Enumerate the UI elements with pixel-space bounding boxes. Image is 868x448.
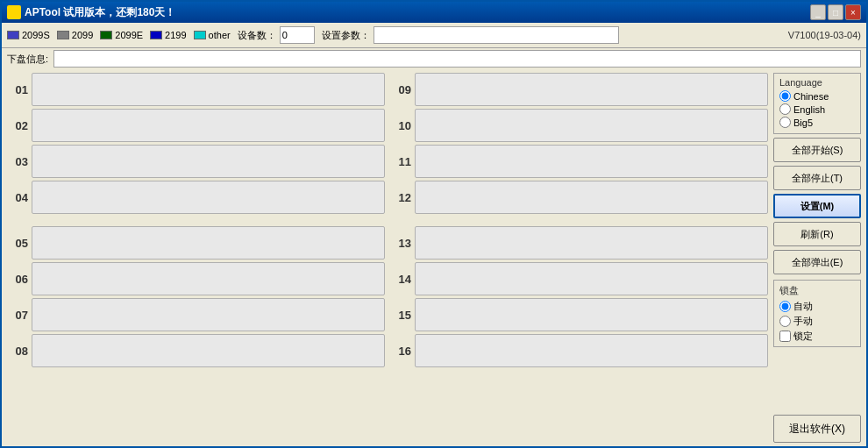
slot-num-07: 07 (7, 309, 28, 322)
legend-color-2099s (7, 31, 19, 39)
refresh-button[interactable]: 刷新(R) (773, 222, 861, 246)
slot-box-03[interactable] (32, 145, 385, 178)
slot-box-04[interactable] (32, 181, 385, 214)
exit-button[interactable]: 退出软件(X) (773, 415, 861, 443)
slot-row-01: 01 (7, 73, 385, 106)
language-chinese-radio[interactable] (779, 90, 791, 102)
slots-left-top: 01 02 03 04 (7, 73, 385, 214)
slot-row-13: 13 (390, 226, 768, 260)
slot-row-04: 04 (7, 181, 385, 214)
slot-row-07: 07 (7, 298, 385, 331)
slot-box-12[interactable] (415, 181, 768, 214)
minimize-button[interactable]: _ (810, 4, 826, 20)
lock-title: 锁盘 (779, 284, 855, 297)
maximize-button[interactable]: □ (828, 4, 843, 20)
title-bar: APTool 试用版本，还剩180天！ _ □ × (2, 2, 866, 23)
slot-box-01[interactable] (32, 73, 385, 106)
slot-box-02[interactable] (32, 109, 385, 142)
slot-box-10[interactable] (415, 109, 768, 142)
slot-box-14[interactable] (415, 262, 768, 295)
lock-checkbox[interactable] (779, 331, 791, 342)
lock-manual[interactable]: 手动 (779, 315, 855, 328)
slot-row-05: 05 (7, 226, 385, 260)
slot-row-12: 12 (390, 181, 768, 214)
slot-box-15[interactable] (415, 298, 768, 331)
language-big5[interactable]: Big5 (779, 117, 855, 128)
device-count-label: 设备数： (238, 29, 276, 42)
slot-num-08: 08 (7, 345, 28, 358)
language-chinese[interactable]: Chinese (779, 90, 855, 102)
lock-auto[interactable]: 自动 (779, 300, 855, 313)
lock-auto-radio[interactable] (779, 301, 791, 312)
slot-num-15: 15 (390, 309, 411, 322)
language-big5-label: Big5 (793, 117, 813, 128)
toolbar: 2099S 2099 2099E 2199 other 设备数： 设置参数： V… (2, 23, 866, 48)
window-title: APTool 试用版本，还剩180天！ (25, 5, 810, 20)
stop-all-button[interactable]: 全部停止(T) (773, 166, 861, 190)
slot-box-06[interactable] (32, 262, 385, 295)
slot-num-11: 11 (390, 155, 411, 168)
slot-num-12: 12 (390, 191, 411, 204)
slot-row-09: 09 (390, 73, 768, 106)
lock-manual-radio[interactable] (779, 316, 791, 327)
legend-label-2099e: 2099E (115, 30, 143, 40)
slot-num-04: 04 (7, 191, 28, 204)
slot-box-11[interactable] (415, 145, 768, 178)
legend-2099: 2099 (57, 30, 93, 40)
settings-input[interactable] (374, 26, 619, 44)
legend-2099e: 2099E (100, 30, 143, 40)
lock-manual-label: 手动 (793, 315, 813, 328)
legend-other: other (194, 30, 231, 40)
version-text: V7100(19-03-04) (788, 30, 861, 40)
info-input[interactable] (53, 50, 861, 68)
slots-right-bottom: 13 14 15 16 (390, 226, 768, 367)
slot-box-09[interactable] (415, 73, 768, 106)
app-icon (7, 5, 21, 19)
slot-box-08[interactable] (32, 334, 385, 367)
slot-row-08: 08 (7, 334, 385, 367)
right-panel: Language Chinese English Big5 全部开始(S) 全部… (773, 73, 861, 443)
legend-color-2099 (57, 31, 69, 39)
language-english[interactable]: English (779, 103, 855, 115)
slots-left-bottom: 05 06 07 08 (7, 226, 385, 367)
device-count-input[interactable] (280, 26, 315, 44)
eject-all-button[interactable]: 全部弹出(E) (773, 250, 861, 274)
info-bar: 下盘信息: (2, 48, 866, 69)
slot-box-07[interactable] (32, 298, 385, 331)
lock-group: 锁盘 自动 手动 锁定 (773, 280, 861, 347)
lock-checkbox-item[interactable]: 锁定 (779, 330, 855, 343)
language-big5-radio[interactable] (779, 117, 791, 128)
settings-button[interactable]: 设置(M) (773, 194, 861, 218)
slot-row-11: 11 (390, 145, 768, 178)
slot-row-10: 10 (390, 109, 768, 142)
settings-label: 设置参数： (322, 29, 370, 42)
slot-row-15: 15 (390, 298, 768, 331)
main-content: 01 02 03 04 (2, 69, 866, 446)
language-chinese-label: Chinese (793, 91, 829, 102)
close-button[interactable]: × (845, 4, 861, 20)
slot-row-02: 02 (7, 109, 385, 142)
language-group: Language Chinese English Big5 (773, 73, 861, 134)
slot-num-02: 02 (7, 119, 28, 132)
window-controls: _ □ × (810, 4, 861, 20)
slot-num-09: 09 (390, 83, 411, 96)
slot-num-16: 16 (390, 345, 411, 358)
slot-box-13[interactable] (415, 226, 768, 260)
language-english-label: English (793, 104, 825, 115)
slot-row-14: 14 (390, 262, 768, 295)
language-english-radio[interactable] (779, 103, 791, 115)
slots-right-top: 09 10 11 12 (390, 73, 768, 214)
main-window: APTool 试用版本，还剩180天！ _ □ × 2099S 2099 209… (0, 0, 868, 448)
start-all-button[interactable]: 全部开始(S) (773, 138, 861, 162)
legend-label-2099s: 2099S (22, 30, 50, 40)
slot-box-05[interactable] (32, 226, 385, 260)
slot-box-16[interactable] (415, 334, 768, 367)
legend-label-2099: 2099 (72, 30, 93, 40)
slots-group-top: 01 02 03 04 (7, 73, 768, 214)
legend-2099s: 2099S (7, 30, 50, 40)
legend-color-2099e (100, 31, 112, 39)
legend-label-2199: 2199 (165, 30, 186, 40)
slot-row-03: 03 (7, 145, 385, 178)
separator (7, 217, 768, 223)
slot-num-05: 05 (7, 237, 28, 250)
